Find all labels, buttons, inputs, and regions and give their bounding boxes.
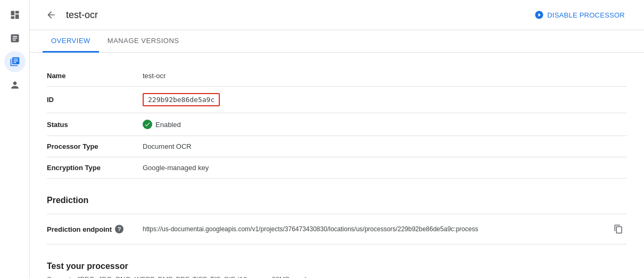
copy-button[interactable] <box>610 221 627 238</box>
tabs: OVERVIEW MANAGE VERSIONS <box>30 30 644 53</box>
help-icon-text: ? <box>118 226 121 232</box>
prediction-label-text: Prediction endpoint <box>47 225 112 233</box>
prediction-endpoint-row: Prediction endpoint ? https://us-documen… <box>47 214 627 245</box>
sidebar-item-users[interactable] <box>4 74 26 96</box>
content-area: Name test-ocr ID 229b92be86de5a9c Status… <box>30 53 644 278</box>
prediction-section-title: Prediction <box>47 196 627 205</box>
sidebar-item-analytics[interactable] <box>4 28 26 49</box>
prediction-label: Prediction endpoint ? <box>47 225 143 233</box>
field-label-processor-type: Processor Type <box>47 136 143 157</box>
sidebar-item-dashboard[interactable] <box>4 4 26 26</box>
field-label-id: ID <box>47 87 143 113</box>
prediction-url: https://us-documentai.googleapis.com/v1/… <box>143 225 610 233</box>
back-button[interactable] <box>43 6 60 23</box>
help-icon[interactable]: ? <box>115 225 123 233</box>
test-subtitle: Supports JPEG, JPG, PNG, WEBP, BMP, PDF,… <box>47 275 627 278</box>
field-value-encryption-type: Google-managed key <box>143 157 627 179</box>
status-enabled: Enabled <box>143 120 627 129</box>
table-row: Processor Type Document OCR <box>47 136 627 157</box>
table-row: Status Enabled <box>47 113 627 136</box>
tab-overview[interactable]: OVERVIEW <box>43 30 99 53</box>
table-row: Name test-ocr <box>47 65 627 87</box>
info-table: Name test-ocr ID 229b92be86de5a9c Status… <box>47 65 627 179</box>
field-label-name: Name <box>47 65 143 87</box>
field-value-name: test-ocr <box>143 65 627 87</box>
field-value-processor-type: Document OCR <box>143 136 627 157</box>
field-value-id: 229b92be86de5a9c <box>143 87 627 113</box>
tab-manage-versions[interactable]: MANAGE VERSIONS <box>99 30 188 53</box>
field-label-encryption-type: Encryption Type <box>47 157 143 179</box>
status-label: Enabled <box>155 121 181 129</box>
main-content: test-ocr DISABLE PROCESSOR OVERVIEW MANA… <box>30 0 644 278</box>
page-title: test-ocr <box>66 10 522 21</box>
header: test-ocr DISABLE PROCESSOR <box>30 0 644 30</box>
field-label-status: Status <box>47 113 143 136</box>
test-section-title: Test your processor <box>47 262 627 271</box>
disable-processor-button[interactable]: DISABLE PROCESSOR <box>528 7 631 23</box>
sidebar <box>0 0 30 278</box>
id-value-box: 229b92be86de5a9c <box>143 93 220 106</box>
disable-label: DISABLE PROCESSOR <box>547 11 625 19</box>
sidebar-item-documents[interactable] <box>4 51 26 72</box>
table-row: ID 229b92be86de5a9c <box>47 87 627 113</box>
field-value-status: Enabled <box>143 113 627 136</box>
table-row: Encryption Type Google-managed key <box>47 157 627 179</box>
check-circle-icon <box>143 120 152 129</box>
